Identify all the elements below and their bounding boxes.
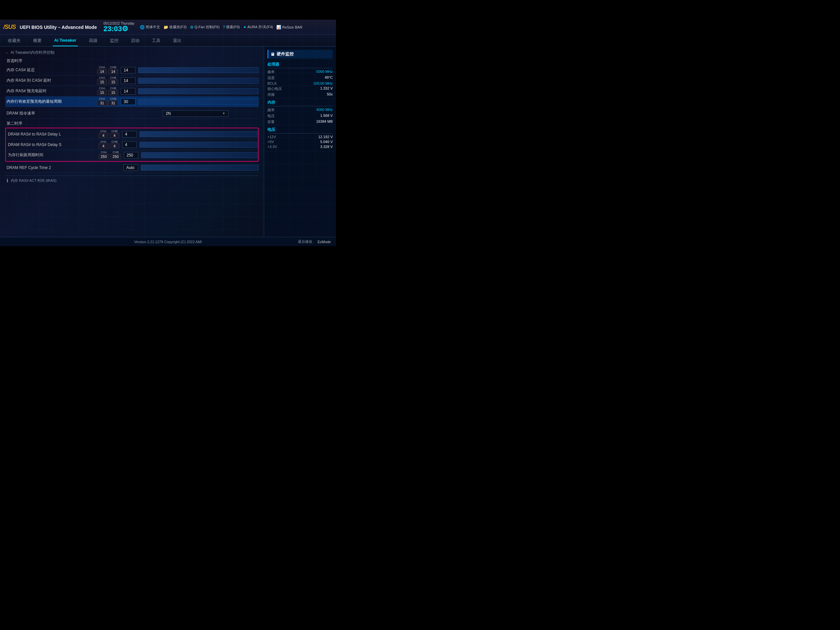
ras-cas-cha: CHA 15	[97, 76, 107, 85]
rrs-chb: CHB 4	[110, 141, 120, 148]
refresh-cycle-label: 为存行刷新周期时间	[6, 152, 98, 158]
ras-ras-l-label: DRAM RAS# to RAS# Delay L	[6, 132, 98, 136]
ras-act-value-bar: 30	[121, 98, 259, 105]
row-dram-ref2[interactable]: DRAM REF Cycle Time 2 Auto	[5, 163, 259, 173]
sidebar-33v: +3.3V 3.328 V	[267, 145, 333, 148]
row-refresh-cycle[interactable]: 为存行刷新周期时间 CHA 250 CHB 250 250	[6, 150, 257, 161]
ras-act-value: 30	[121, 98, 136, 105]
nav-bar: 收藏夹 概要 Ai Tweaker 高级 监控 启动 工具 退出	[0, 35, 336, 47]
breadcrumb-path: Ai Tweaker\内存时序控制	[11, 50, 54, 55]
footer-right: 最后修改 EzMode	[298, 239, 331, 244]
ras-cas-bar	[138, 78, 259, 84]
nav-ai-tweaker[interactable]: Ai Tweaker	[53, 35, 78, 46]
ref-cha: CHA 250	[98, 151, 109, 159]
ras-pre-bar	[138, 88, 259, 94]
aura-icon: ✦	[243, 25, 246, 30]
sidebar-12v: +12V 12.192 V	[267, 135, 333, 139]
header-icons: 🌐 简体中文 📁 收藏夹(F3) ⚙ Q-Fan 控制(F6) ? 搜索(F9)…	[140, 25, 303, 30]
rrl-channels: CHA 4 CHB 4	[98, 130, 120, 138]
search-button[interactable]: ? 搜索(F9)	[223, 25, 240, 30]
ras-pre-value: 14	[121, 88, 136, 95]
rrl-value-bar: 4	[122, 131, 257, 137]
ras-act-chb: CHB 31	[108, 98, 118, 106]
time-display: 23:03⚙	[103, 25, 134, 33]
ras-cas-value-bar: 14	[121, 77, 259, 84]
fan-icon: ⚙	[190, 25, 194, 30]
row-ras-cas[interactable]: 内存 RAS# 到 CAS# 延时 CHA 15 CHB 15 14	[5, 76, 259, 86]
sidebar-voltage-title: 电压	[267, 127, 333, 134]
aura-button[interactable]: ✦ AURA 开/关(F4)	[243, 25, 273, 30]
rrl-value: 4	[122, 131, 137, 137]
row-dram-cmd[interactable]: DRAM 指令速率 2N ▼	[5, 108, 259, 119]
cas-value-bar: 14	[121, 67, 259, 74]
last-modified: 最后修改	[298, 239, 313, 244]
dram-ref2-bar	[141, 165, 259, 171]
dram-ref2-value-bar: Auto	[123, 164, 259, 171]
footer-bar: Version 2.21.1278 Copyright (C) 2022 AMI…	[0, 237, 336, 246]
sidebar-mem-capacity: 容量 16384 MB	[267, 120, 333, 124]
main-layout: ← Ai Tweaker\内存时序控制 首选时序 内存 CAS# 延迟 CHA …	[0, 47, 336, 237]
ras-act-channels: CHA 31 CHB 31	[97, 98, 118, 106]
resize-icon: 📊	[276, 25, 281, 30]
resize-bar-button[interactable]: 📊 ReSize BAR	[276, 25, 302, 30]
cas-cha: CHA 14	[97, 66, 107, 74]
ras-ras-s-label: DRAM RAS# to RAS# Delay S	[6, 142, 98, 147]
sidebar-cpu-temp: 温度 49°C	[267, 76, 333, 81]
favorites-button[interactable]: 📁 收藏夹(F3)	[163, 25, 187, 30]
ras-act-min-label: 内存行有效至预充电的最短周期	[5, 99, 97, 104]
row-ras-ras-l[interactable]: DRAM RAS# to RAS# Delay L CHA 4 CHB 4 4	[6, 129, 257, 139]
row-ras-precharge[interactable]: 内存 RAS# 预充电延时 CHA 15 CHB 15 14	[5, 86, 259, 96]
ras-pre-value-bar: 14	[121, 88, 259, 95]
dram-ref2-label: DRAM REF Cycle Time 2	[5, 165, 97, 170]
rrl-bar	[139, 131, 257, 137]
nav-advanced[interactable]: 高级	[88, 35, 99, 46]
ras-precharge-label: 内存 RAS# 预充电延时	[5, 88, 97, 94]
qfan-button[interactable]: ⚙ Q-Fan 控制(F6)	[190, 25, 219, 30]
nav-boot[interactable]: 启动	[129, 35, 141, 46]
dram-cmd-label: DRAM 指令速率	[5, 111, 97, 116]
asus-logo: /SUS	[3, 24, 16, 30]
ras-act-cha: CHA 31	[97, 98, 107, 106]
dram-ref2-value: Auto	[123, 164, 138, 171]
breadcrumb-arrow: ←	[5, 51, 9, 55]
sidebar-bclk: BCLK 100.00 MHz	[267, 81, 333, 85]
rrs-value: 4	[122, 141, 137, 148]
sidebar-mem-freq: 频率 4000 MHz	[267, 107, 333, 112]
sidebar-cpu-title: 处理器	[267, 62, 333, 68]
ras-cas-label: 内存 RAS# 到 CAS# 延时	[5, 78, 97, 83]
info-row: ℹ 内存 RAS# ACT 时间 (tRAS)	[5, 175, 259, 185]
row-ras-ras-s[interactable]: DRAM RAS# to RAS# Delay S CHA 4 CHB 4 4	[6, 139, 257, 150]
nav-tools[interactable]: 工具	[151, 35, 162, 46]
sidebar-mem-title: 内存	[267, 100, 333, 106]
dram-cmd-dropdown[interactable]: 2N ▼	[163, 110, 228, 117]
dram-cmd-value: 2N	[166, 111, 171, 116]
ref-chb: CHB 250	[110, 151, 121, 159]
ez-mode-button[interactable]: EzMode	[317, 240, 331, 244]
nav-overview[interactable]: 概要	[32, 35, 43, 46]
cas-chb: CHB 14	[108, 66, 118, 74]
header-bar: /SUS UEFI BIOS Utility – Advanced Mode 0…	[0, 20, 336, 35]
breadcrumb: ← Ai Tweaker\内存时序控制	[5, 50, 259, 55]
rrs-channels: CHA 4 CHB 4	[98, 141, 120, 148]
rrs-value-bar: 4	[122, 141, 257, 148]
rrl-chb: CHB 4	[110, 130, 120, 138]
rrs-cha: CHA 4	[98, 141, 108, 148]
row-ras-act-min[interactable]: 内存行有效至预充电的最短周期 CHA 31 CHB 31 30	[5, 96, 259, 107]
language-button[interactable]: 🌐 简体中文	[140, 25, 160, 30]
nav-monitor[interactable]: 监控	[109, 35, 120, 46]
section-second-timing: 第二时序	[5, 121, 259, 126]
bios-title: UEFI BIOS Utility – Advanced Mode	[20, 25, 97, 30]
row-cas-delay[interactable]: 内存 CAS# 延迟 CHA 14 CHB 14 14	[5, 65, 259, 76]
content-area: ← Ai Tweaker\内存时序控制 首选时序 内存 CAS# 延迟 CHA …	[0, 47, 264, 237]
ras-pre-chb: CHB 15	[108, 87, 118, 95]
sidebar-cpu-freq: 频率 5000 MHz	[267, 69, 333, 74]
ras-pre-channels: CHA 15 CHB 15	[97, 87, 118, 95]
ras-act-bar	[138, 99, 259, 105]
search-icon: ?	[223, 25, 225, 30]
section-first-timing: 首选时序	[5, 58, 259, 64]
folder-icon: 📁	[163, 25, 168, 30]
cas-bar	[138, 67, 259, 73]
nav-favorites[interactable]: 收藏夹	[6, 35, 22, 46]
nav-exit[interactable]: 退出	[172, 35, 183, 46]
pink-highlight-section: DRAM RAS# to RAS# Delay L CHA 4 CHB 4 4	[5, 128, 259, 162]
